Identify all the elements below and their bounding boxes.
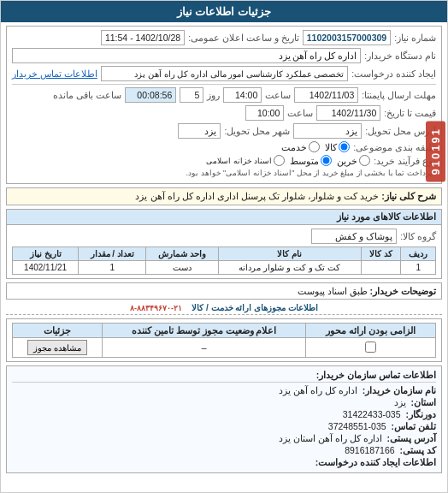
top-info-section: شماره نیاز: 1102003157000309 تاریخ و ساع… xyxy=(6,26,442,184)
postal-label: کد پستی: xyxy=(400,445,436,455)
order-type-note-text: پرداخت تما با بخشی از مبلغ خرید از محل "… xyxy=(12,169,436,177)
goods-table-header-row: ردیف کد کالا نام کالا واحد شمارش تعداد /… xyxy=(13,247,436,261)
permit-table-header-row: الزامی بودن ارائه محور اعلام وضعیت مجوز … xyxy=(13,324,436,338)
postal-row: کد پستی: 8916187166 xyxy=(12,445,436,455)
permit-col3-val: مشاهده مجوز xyxy=(13,338,103,358)
permit-col2-val: – xyxy=(103,338,306,358)
phone-watermark: ۲۱-۸۸۳۴۹۶۷۰-۸ xyxy=(130,304,182,312)
order-type-row: نوع فرآیند خرید: خرین متوسط اسناد خزانه … xyxy=(12,155,436,166)
requester-label: ایجاد کننده درخواست: xyxy=(351,68,436,79)
subject-radio-khedmat-input[interactable] xyxy=(309,141,320,152)
divider1 xyxy=(12,84,436,85)
goods-cell-quantity: 1 xyxy=(79,261,146,275)
requester2-row: اطلاعات ایجاد کننده درخواست: xyxy=(12,457,436,467)
permit-col1: الزامی بودن ارائه محور xyxy=(306,324,436,338)
start-date-value: 1402/11/03 xyxy=(294,87,358,103)
buyer-name-label: نام سازمان خریدار: xyxy=(363,385,436,395)
order-type-asnad[interactable]: اسناد خزانه اسلامی xyxy=(206,155,285,166)
goods-table-body: 1کت تک و کت و شلوار مردانهدست11402/11/21 xyxy=(13,261,436,275)
permit-table-row: – مشاهده مجوز xyxy=(13,338,436,358)
contact-title: اطلاعات تماس سازمان خریدار: xyxy=(12,370,436,383)
goods-cell-unit: دست xyxy=(146,261,219,275)
col-qty: تعداد / مقدار xyxy=(79,247,146,261)
subject-radio-kala-label: کالا xyxy=(325,142,337,152)
day-label: روز xyxy=(207,90,220,100)
subject-label: طبقه بندی موضوعی: xyxy=(353,142,436,152)
view-permit-button[interactable]: مشاهده مجوز xyxy=(27,340,87,355)
order-type-kharid-label: خرین xyxy=(337,156,357,166)
services-label: اطلاعات مجوزهای ارائه خدمت / کالا ۲۱-۸۸۳… xyxy=(6,303,442,315)
phone-badge-text: 910191 xyxy=(429,128,442,175)
col-row: ردیف xyxy=(401,247,436,261)
fax-value: 37248551-035 xyxy=(328,421,386,431)
address-label: آدرس پستی: xyxy=(387,433,436,443)
requester-row: ایجاد کننده درخواست: تخصصی عملکرد کارشنا… xyxy=(12,66,436,81)
header-title: جزئیات اطلاعات نیاز xyxy=(177,5,271,18)
buyer-notes: توضیحات خریدار: طبق اسناد پیوست xyxy=(6,282,442,300)
phone-badge: 910191 xyxy=(426,121,445,181)
requester-value: تخصصی عملکرد کارشناسی امور مالی اداره کل… xyxy=(101,66,348,81)
goods-cell-name: کت تک و کت و شلوار مردانه xyxy=(218,261,361,275)
order-number-value: 1102003157000309 xyxy=(303,30,391,45)
address-value: اداره کل راه آهن استان یزد xyxy=(279,433,382,443)
buyer-row: نام دستگاه خریدار: اداره کل راه آهن یزد xyxy=(12,48,436,63)
remaining-label: ساعت باقی مانده xyxy=(53,90,121,100)
order-number-label: شماره نیاز: xyxy=(394,33,436,43)
subject-row: طبقه بندی موضوعی: کالا خدمت xyxy=(12,141,436,152)
permit-col3: جزئیات xyxy=(13,324,103,338)
page-wrapper: جزئیات اطلاعات نیاز شماره نیاز: 11020031… xyxy=(0,0,448,493)
order-type-mutawassit-input[interactable] xyxy=(321,155,332,166)
date-value: 1402/10/28 - 11:54 xyxy=(101,30,185,45)
delivery-city-label: شهر محل تحویل: xyxy=(224,126,290,136)
permit-checkbox[interactable] xyxy=(365,342,376,353)
order-type-asnad-label: اسناد خزانه اسلامی xyxy=(206,157,272,165)
start-date-row: مهلت ارسال پایمنتا: 1402/11/03 ساعت 14:0… xyxy=(12,87,436,103)
buyer-notes-label: توضیحات خریدار: xyxy=(370,286,436,296)
province-label: استان: xyxy=(411,397,437,407)
delivery-place-row: آدرس محل تحویل: یزد شهر محل تحویل: یزد xyxy=(12,123,436,139)
permit-col1-val xyxy=(306,338,436,358)
order-type-mutawassit[interactable]: متوسط xyxy=(290,155,332,166)
page-header: جزئیات اطلاعات نیاز xyxy=(1,1,447,22)
order-row: شماره نیاز: 1102003157000309 تاریخ و ساع… xyxy=(12,30,436,45)
buyer-name-row: نام سازمان خریدار: اداره کل راه آهن یزد xyxy=(12,385,436,395)
subject-radios: کالا خدمت xyxy=(281,141,350,152)
delivery-place-value: یزد xyxy=(293,123,362,139)
order-type-asnad-input[interactable] xyxy=(274,155,285,166)
subject-radio-kala[interactable]: کالا xyxy=(325,141,350,152)
requester2-label: اطلاعات ایجاد کننده درخواست: xyxy=(315,457,436,467)
phone-row: دورنگار: 31422433-035 xyxy=(12,409,436,419)
requester-link[interactable]: اطلاعات تماس خریدار xyxy=(12,68,97,79)
fax-label: تلفن تماس: xyxy=(392,421,436,431)
description-box: شرح کلی نیاز: خرید کت و شلوار، شلوار تک … xyxy=(6,187,442,205)
remaining-time: 00:08:56 xyxy=(125,87,176,103)
expiry-row: قیمت تا تاریخ: 1402/11/30 ساعت 10:00 xyxy=(12,105,436,121)
contact-section: اطلاعات تماس سازمان خریدار: نام سازمان خ… xyxy=(6,365,442,473)
subject-radio-kala-input[interactable] xyxy=(339,141,350,152)
buyer-name-value: اداره کل راه آهن یزد xyxy=(279,385,357,395)
expiry-date-label: قیمت تا تاریخ: xyxy=(384,108,436,118)
description-value: خرید کت و شلوار، شلوار تک پرسنل اداری اد… xyxy=(135,191,379,201)
day-value: 5 xyxy=(180,87,203,103)
fax-row: تلفن تماس: 37248551-035 xyxy=(12,421,436,431)
phone-value: 31422433-035 xyxy=(343,409,401,419)
col-date: تاریخ نیاز xyxy=(13,247,79,261)
subject-radio-khedmat[interactable]: خدمت xyxy=(281,141,320,152)
col-unit: واحد شمارش xyxy=(146,247,219,261)
order-type-kharid-input[interactable] xyxy=(359,155,370,166)
buyer-office-value: اداره کل راه آهن یزد xyxy=(12,48,361,63)
postal-value: 8916187166 xyxy=(345,445,394,455)
order-type-kharid[interactable]: خرین xyxy=(337,155,370,166)
services-label-text: اطلاعات مجوزهای ارائه خدمت / کالا xyxy=(192,303,318,312)
goods-table: ردیف کد کالا نام کالا واحد شمارش تعداد /… xyxy=(12,246,436,275)
subject-radio-khedmat-label: خدمت xyxy=(281,142,307,152)
start-time-value: 14:00 xyxy=(223,87,262,103)
goods-group-value: پوشاک و کفش xyxy=(311,229,397,244)
date-label: تاریخ و ساعت اعلان عمومی: xyxy=(188,33,299,43)
start-time-label: ساعت xyxy=(265,90,291,100)
goods-cell-code xyxy=(361,261,401,275)
address-row: آدرس پستی: اداره کل راه آهن استان یزد xyxy=(12,433,436,443)
permit-table: الزامی بودن ارائه محور اعلام وضعیت مجوز … xyxy=(12,323,436,358)
start-date-label: مهلت ارسال پایمنتا: xyxy=(362,90,436,100)
province-row: استان: یزد xyxy=(12,397,436,407)
